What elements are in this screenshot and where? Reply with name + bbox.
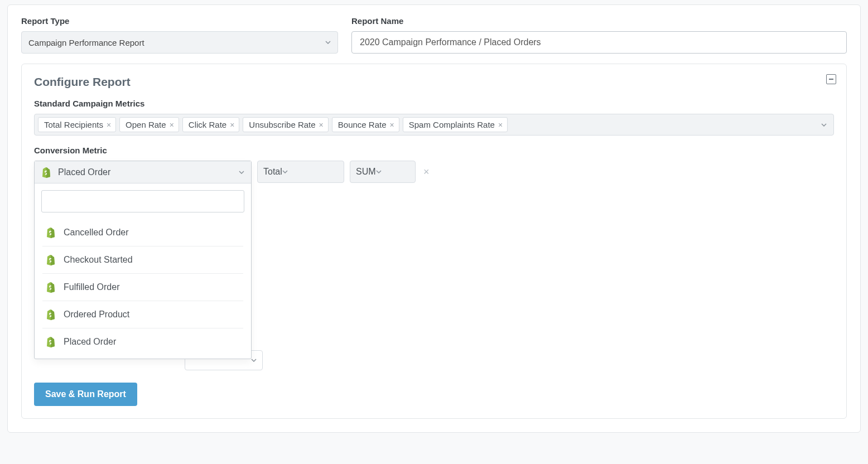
report-type-label: Report Type (21, 16, 338, 26)
metric-tag-label: Unsubscribe Rate (249, 120, 315, 129)
remove-tag-icon[interactable]: × (498, 121, 503, 129)
standard-metrics-label: Standard Campaign Metrics (34, 99, 834, 108)
dropdown-option[interactable]: Cancelled Order (42, 219, 243, 246)
dropdown-option-label: Ordered Product (64, 310, 129, 320)
dropdown-option-label: Cancelled Order (64, 228, 129, 238)
standard-metrics-select[interactable]: Total Recipients × Open Rate × Click Rat… (34, 114, 834, 136)
chevron-down-icon (282, 170, 288, 173)
dropdown-search-wrap (35, 183, 251, 219)
conversion-metric-select[interactable]: Placed Order (35, 161, 251, 183)
configure-report-panel: Configure Report Standard Campaign Metri… (21, 64, 847, 419)
dropdown-option-label: Placed Order (64, 337, 116, 347)
metric-tag: Click Rate × (182, 117, 240, 132)
aggregate-select[interactable]: SUM (350, 161, 416, 183)
report-type-select[interactable]: Campaign Performance Report (21, 31, 338, 54)
metric-tag: Unsubscribe Rate × (243, 117, 328, 132)
shopify-icon (41, 167, 51, 178)
measure-select[interactable]: Total (257, 161, 344, 183)
metric-tag-label: Open Rate (126, 120, 166, 129)
dropdown-option[interactable]: Fulfilled Order (42, 274, 243, 301)
dropdown-option-label: Checkout Started (64, 255, 133, 265)
metric-tag-label: Spam Complaints Rate (409, 120, 495, 129)
report-card: Report Type Campaign Performance Report … (7, 4, 861, 433)
aggregate-value: SUM (356, 167, 376, 177)
report-type-column: Report Type Campaign Performance Report (21, 16, 338, 54)
conversion-metric-selected-value: Placed Order (58, 167, 110, 177)
dropdown-list: Cancelled Order Checkout Started Fulfill… (35, 219, 251, 359)
dropdown-option[interactable]: Checkout Started (42, 246, 243, 274)
clear-conversion-icon[interactable]: × (421, 166, 432, 178)
dropdown-option[interactable]: Placed Order (42, 328, 243, 355)
configure-report-title: Configure Report (34, 75, 834, 89)
report-type-value: Campaign Performance Report (28, 38, 144, 47)
chevron-down-icon (376, 170, 382, 173)
chevron-down-icon (251, 359, 257, 362)
top-row: Report Type Campaign Performance Report … (21, 16, 847, 54)
chevron-down-icon (325, 41, 331, 44)
metric-tag-label: Click Rate (189, 120, 226, 129)
remove-tag-icon[interactable]: × (107, 121, 111, 129)
metric-tag: Total Recipients × (38, 117, 116, 132)
shopify-icon (46, 227, 56, 238)
dropdown-option-label: Fulfilled Order (64, 282, 119, 292)
remove-tag-icon[interactable]: × (319, 121, 324, 129)
remove-tag-icon[interactable]: × (390, 121, 394, 129)
collapse-icon[interactable] (826, 74, 836, 84)
metric-tag-label: Bounce Rate (338, 120, 387, 129)
dropdown-option[interactable]: Ordered Product (42, 301, 243, 328)
chevron-down-icon (821, 123, 827, 127)
report-name-input[interactable] (351, 31, 847, 54)
chevron-down-icon (239, 171, 244, 174)
remove-tag-icon[interactable]: × (170, 121, 174, 129)
shopify-icon (46, 336, 56, 347)
metric-tag: Spam Complaints Rate × (403, 117, 508, 132)
dropdown-search-input[interactable] (41, 190, 244, 212)
measure-value: Total (263, 167, 282, 177)
report-name-column: Report Name (351, 16, 847, 54)
metric-tag: Open Rate × (119, 117, 179, 132)
conversion-metric-label: Conversion Metric (34, 146, 834, 155)
conversion-metric-dropdown: Placed Order Cancelled Order (34, 161, 252, 359)
shopify-icon (46, 254, 56, 265)
conversion-metric-row: Placed Order Cancelled Order (34, 161, 834, 183)
shopify-icon (46, 282, 56, 293)
metric-tag: Bounce Rate × (332, 117, 399, 132)
report-name-label: Report Name (351, 16, 847, 26)
remove-tag-icon[interactable]: × (230, 121, 234, 129)
save-run-report-button[interactable]: Save & Run Report (34, 383, 137, 406)
shopify-icon (46, 309, 56, 320)
metric-tag-label: Total Recipients (44, 120, 103, 129)
